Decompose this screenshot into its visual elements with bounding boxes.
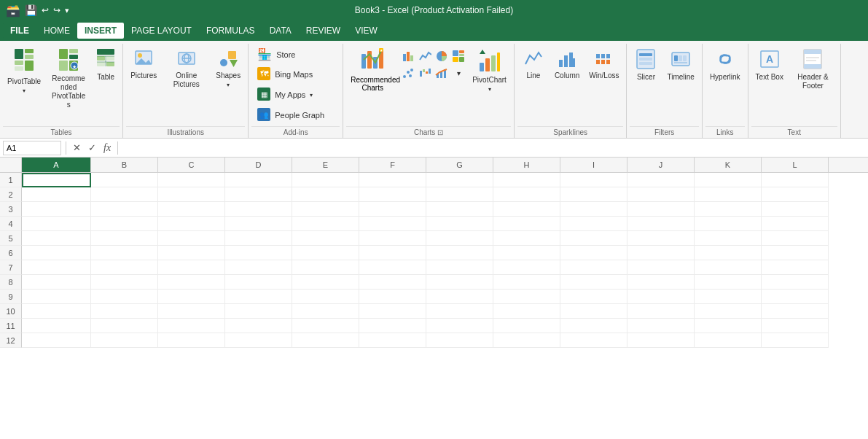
cell-j11[interactable] <box>627 319 695 333</box>
hierarchy-chart-button[interactable] <box>450 48 466 64</box>
cell-b10[interactable] <box>91 304 158 319</box>
insert-function-icon[interactable]: fx <box>101 142 113 154</box>
cell-i4[interactable] <box>560 217 627 231</box>
menu-formulas[interactable]: FORMULAS <box>199 23 262 39</box>
row-number-10[interactable]: 10 <box>0 304 22 319</box>
hyperlink-button[interactable]: Hyperlink <box>705 45 745 85</box>
col-header-b[interactable]: B <box>91 158 158 172</box>
cell-e10[interactable] <box>292 304 359 319</box>
cell-i2[interactable] <box>560 187 627 202</box>
cell-l2[interactable] <box>762 187 829 202</box>
cell-f7[interactable] <box>359 260 426 275</box>
row-number-1[interactable]: 1 <box>0 173 22 187</box>
pivot-table-dropdown[interactable]: ▾ <box>23 88 26 94</box>
store-button[interactable]: 🏪 Store <box>251 45 301 63</box>
waterfall-chart-button[interactable] <box>417 65 433 81</box>
cell-k10[interactable] <box>695 304 762 319</box>
cell-g10[interactable] <box>426 304 493 319</box>
cell-f6[interactable] <box>359 246 426 260</box>
cell-h4[interactable] <box>493 217 560 231</box>
row-number-9[interactable]: 9 <box>0 290 22 304</box>
cell-e6[interactable] <box>292 246 359 260</box>
slicer-button[interactable]: Slicer <box>630 45 662 85</box>
cell-a5[interactable] <box>22 231 91 246</box>
cell-j6[interactable] <box>627 246 695 260</box>
menu-insert[interactable]: INSERT <box>77 23 124 39</box>
col-header-i[interactable]: I <box>560 158 627 172</box>
cell-l1[interactable] <box>762 173 829 187</box>
col-header-l[interactable]: L <box>762 158 829 172</box>
my-apps-dropdown[interactable]: ▾ <box>310 92 313 98</box>
cell-b11[interactable] <box>91 319 158 333</box>
cell-k6[interactable] <box>695 246 762 260</box>
cell-d5[interactable] <box>225 231 292 246</box>
cell-j8[interactable] <box>627 275 695 290</box>
cell-b1[interactable] <box>91 173 158 187</box>
cell-k9[interactable] <box>695 290 762 304</box>
cell-e11[interactable] <box>292 319 359 333</box>
col-header-k[interactable]: K <box>695 158 762 172</box>
col-header-g[interactable]: G <box>426 158 493 172</box>
cell-h12[interactable] <box>493 333 560 348</box>
col-header-j[interactable]: J <box>627 158 695 172</box>
cell-i9[interactable] <box>560 290 627 304</box>
menu-home[interactable]: HOME <box>36 23 77 39</box>
cell-f10[interactable] <box>359 304 426 319</box>
cell-h5[interactable] <box>493 231 560 246</box>
recommended-charts-button[interactable]: ★ Recommended Charts <box>346 45 399 95</box>
cell-g12[interactable] <box>426 333 493 348</box>
confirm-formula-icon[interactable]: ✓ <box>86 142 98 153</box>
cell-a2[interactable] <box>22 187 91 202</box>
cell-c6[interactable] <box>158 246 225 260</box>
cell-b5[interactable] <box>91 231 158 246</box>
shapes-button[interactable]: Shapes ▾ <box>211 45 245 91</box>
cell-e8[interactable] <box>292 275 359 290</box>
line-chart-button[interactable] <box>417 48 433 64</box>
cell-e1[interactable] <box>292 173 359 187</box>
row-number-3[interactable]: 3 <box>0 202 22 217</box>
pie-chart-button[interactable] <box>434 48 450 64</box>
redo-icon[interactable]: ↪ <box>53 5 60 15</box>
cell-d2[interactable] <box>225 187 292 202</box>
cell-a1[interactable] <box>22 173 91 187</box>
cell-j12[interactable] <box>627 333 695 348</box>
cell-a6[interactable] <box>22 246 91 260</box>
cell-g2[interactable] <box>426 187 493 202</box>
row-number-5[interactable]: 5 <box>0 231 22 246</box>
cell-f8[interactable] <box>359 275 426 290</box>
row-number-2[interactable]: 2 <box>0 187 22 202</box>
text-box-button[interactable]: A Text Box <box>751 45 788 85</box>
cell-g4[interactable] <box>426 217 493 231</box>
menu-view[interactable]: VIEW <box>348 23 385 39</box>
cell-c11[interactable] <box>158 319 225 333</box>
column-sparkline-button[interactable]: Column <box>550 45 584 83</box>
cell-g9[interactable] <box>426 290 493 304</box>
col-header-f[interactable]: F <box>359 158 426 172</box>
cell-h3[interactable] <box>493 202 560 217</box>
cell-l3[interactable] <box>762 202 829 217</box>
cell-b4[interactable] <box>91 217 158 231</box>
cell-e12[interactable] <box>292 333 359 348</box>
cell-i12[interactable] <box>560 333 627 348</box>
pivot-chart-button[interactable]: PivotChart ▾ <box>468 45 511 96</box>
cell-a12[interactable] <box>22 333 91 348</box>
cell-a4[interactable] <box>22 217 91 231</box>
pivot-chart-dropdown[interactable]: ▾ <box>488 86 491 93</box>
cell-k1[interactable] <box>695 173 762 187</box>
cell-e7[interactable] <box>292 260 359 275</box>
cell-d10[interactable] <box>225 304 292 319</box>
cell-g5[interactable] <box>426 231 493 246</box>
cell-g7[interactable] <box>426 260 493 275</box>
cell-l5[interactable] <box>762 231 829 246</box>
cell-h2[interactable] <box>493 187 560 202</box>
cell-f5[interactable] <box>359 231 426 246</box>
cell-j4[interactable] <box>627 217 695 231</box>
customize-icon[interactable]: ▾ <box>65 6 69 15</box>
cell-i10[interactable] <box>560 304 627 319</box>
cell-h11[interactable] <box>493 319 560 333</box>
cell-h1[interactable] <box>493 173 560 187</box>
cell-e9[interactable] <box>292 290 359 304</box>
col-header-e[interactable]: E <box>292 158 359 172</box>
row-number-8[interactable]: 8 <box>0 275 22 290</box>
cell-d3[interactable] <box>225 202 292 217</box>
